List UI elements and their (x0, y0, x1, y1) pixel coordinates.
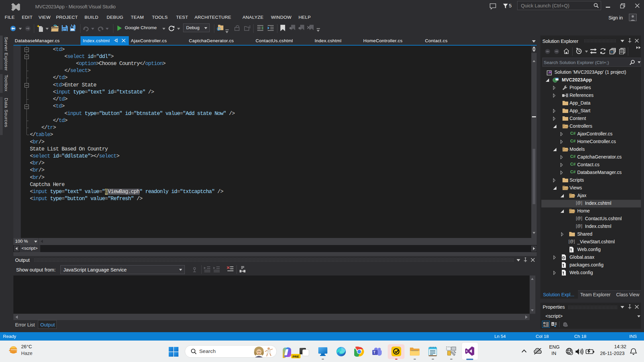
svg-text:PRE: PRE (292, 355, 299, 358)
svg-text:T: T (373, 351, 375, 354)
svg-text:A: A (552, 323, 554, 326)
